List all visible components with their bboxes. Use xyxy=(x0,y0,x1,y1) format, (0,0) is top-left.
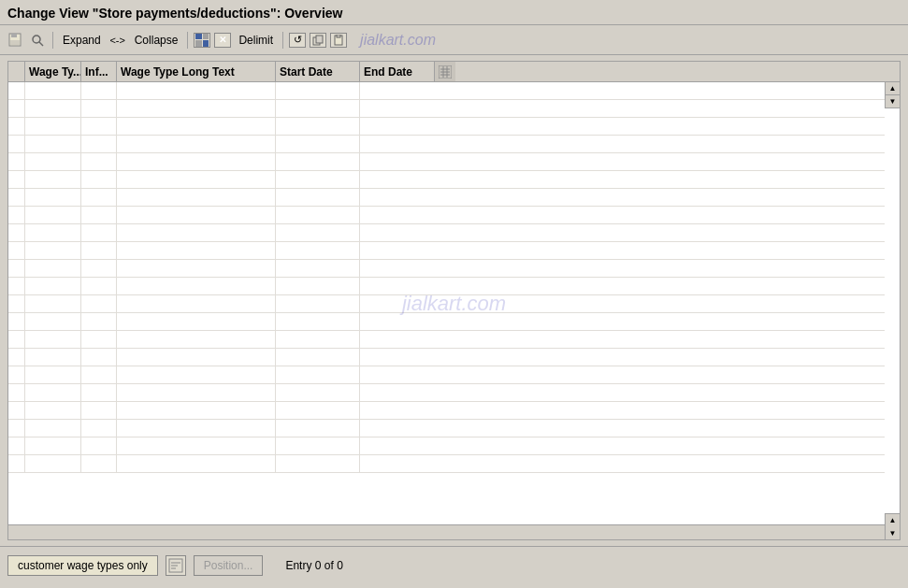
table-header: Wage Ty... Inf... Wage Type Long Text St… xyxy=(8,62,900,82)
table-body: jialkart.com ▲ ▼ xyxy=(8,82,900,524)
col-selector xyxy=(8,62,25,81)
table-row xyxy=(8,153,885,171)
cell-start-date xyxy=(276,82,360,99)
svg-point-3 xyxy=(33,36,40,43)
col-wage-type: Wage Ty... xyxy=(25,62,81,81)
collapse-button[interactable]: Collapse xyxy=(131,33,182,48)
table-row xyxy=(8,331,885,349)
cell-wage-type xyxy=(25,82,81,99)
table-row xyxy=(8,207,885,224)
col-end-date: End Date xyxy=(360,62,435,81)
delete-icon[interactable]: ✕ xyxy=(214,33,231,48)
page-title: Change View "Store payments/deductions":… xyxy=(0,0,908,25)
table-row xyxy=(8,118,885,136)
status-bar: customer wage types only Position... Ent… xyxy=(0,546,908,583)
table-row xyxy=(8,420,885,437)
table-row xyxy=(8,82,885,100)
cell-selector xyxy=(8,82,25,99)
svg-rect-2 xyxy=(10,40,20,45)
table-row xyxy=(8,189,885,207)
entry-count: Entry 0 of 0 xyxy=(285,559,342,572)
col-long-text: Wage Type Long Text xyxy=(117,62,276,81)
cell-end-date xyxy=(360,82,435,99)
toolbar-sep-3 xyxy=(282,32,283,49)
table-row xyxy=(8,313,885,331)
scroll-up-top[interactable]: ▲ xyxy=(885,82,900,95)
data-table: Wage Ty... Inf... Wage Type Long Text St… xyxy=(7,61,901,540)
scroll-down-top[interactable]: ▼ xyxy=(885,95,900,108)
table-row xyxy=(8,402,885,420)
table-row xyxy=(8,278,885,295)
cell-long-text xyxy=(117,82,276,99)
undo-icon[interactable]: ↺ xyxy=(289,33,306,48)
table-row xyxy=(8,455,885,473)
svg-rect-1 xyxy=(11,34,17,37)
table-row xyxy=(8,100,885,118)
scroll-down-bottom[interactable]: ▼ xyxy=(885,526,900,539)
table-row xyxy=(8,384,885,402)
toolbar-sep-2 xyxy=(187,32,188,49)
table-row xyxy=(8,242,885,260)
position-icon[interactable] xyxy=(166,555,186,576)
svg-rect-6 xyxy=(316,36,323,43)
table-row xyxy=(8,260,885,278)
col-inf: Inf... xyxy=(81,62,117,81)
table-row xyxy=(8,171,885,189)
table-row xyxy=(8,349,885,366)
search-icon[interactable] xyxy=(28,31,47,50)
paste-icon[interactable] xyxy=(330,33,347,48)
position-button[interactable]: Position... xyxy=(194,555,264,576)
expand-collapse-arrow: <-> xyxy=(108,31,127,50)
svg-line-4 xyxy=(39,42,43,46)
toolbar-sep-1 xyxy=(52,32,53,49)
table-icon-1[interactable] xyxy=(194,33,210,48)
table-bottom-scroll: ▲ ▼ xyxy=(8,524,900,539)
main-content: Wage Ty... Inf... Wage Type Long Text St… xyxy=(0,55,908,546)
delimit-button[interactable]: Delimit xyxy=(235,33,277,48)
copy-icon[interactable] xyxy=(310,33,326,48)
watermark: jialkart.com xyxy=(360,32,436,49)
cell-inf xyxy=(81,82,117,99)
table-row xyxy=(8,136,885,153)
toolbar: Expand <-> Collapse ✕ Delimit ↺ xyxy=(0,25,908,55)
table-row xyxy=(8,224,885,242)
expand-button[interactable]: Expand xyxy=(59,33,105,48)
col-settings[interactable] xyxy=(435,62,455,81)
table-row xyxy=(8,437,885,455)
table-row xyxy=(8,366,885,384)
scroll-up-bottom[interactable]: ▲ xyxy=(885,513,900,526)
table-row xyxy=(8,295,885,313)
customer-wage-types-button[interactable]: customer wage types only xyxy=(7,555,158,576)
save-icon[interactable] xyxy=(6,31,24,50)
col-start-date: Start Date xyxy=(276,62,360,81)
svg-rect-8 xyxy=(337,35,340,37)
